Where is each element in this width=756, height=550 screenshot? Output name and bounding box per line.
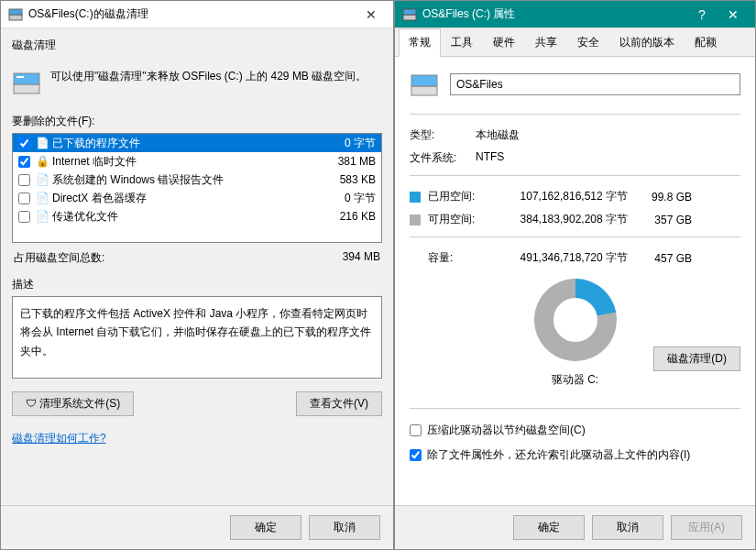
total-label: 占用磁盘空间总数:: [14, 250, 104, 266]
filesystem-label: 文件系统:: [410, 150, 476, 166]
tab-6[interactable]: 配额: [685, 28, 727, 56]
list-item-name: DirectX 着色器缓存: [52, 191, 345, 206]
list-item-name: 传递优化文件: [52, 209, 340, 225]
close-button[interactable]: ✕: [356, 4, 386, 26]
list-item-checkbox[interactable]: [18, 211, 30, 223]
info-text: 可以使用"磁盘清理"来释放 OSFiles (C:) 上的 429 MB 磁盘空…: [50, 68, 367, 85]
list-item-checkbox[interactable]: [18, 138, 30, 149]
ok-button[interactable]: 确定: [513, 515, 585, 540]
used-gb: 99.8 GB: [628, 191, 692, 204]
list-item-name: 已下载的程序文件: [52, 136, 345, 151]
list-item-name: 系统创建的 Windows 错误报告文件: [52, 172, 340, 188]
close-button[interactable]: ✕: [718, 4, 748, 26]
list-item[interactable]: 📄已下载的程序文件0 字节: [13, 134, 381, 152]
capacity-gb: 457 GB: [628, 252, 692, 265]
list-item-checkbox[interactable]: [18, 156, 30, 168]
tab-label: 磁盘清理: [12, 38, 382, 53]
list-item-size: 583 KB: [340, 173, 376, 186]
list-item-size: 0 字节: [345, 191, 376, 206]
total-value: 394 MB: [343, 250, 380, 266]
list-item-size: 381 MB: [338, 155, 376, 168]
tab-1[interactable]: 工具: [441, 28, 483, 56]
file-icon: 📄: [36, 173, 49, 186]
how-does-cleanup-work-link[interactable]: 磁盘清理如何工作?: [12, 431, 382, 446]
svg-rect-2: [14, 84, 39, 94]
files-to-delete-label: 要删除的文件(F):: [12, 114, 382, 129]
window-title: OS&Files (C:) 属性: [422, 6, 687, 22]
used-bytes: 107,162,816,512 字节: [490, 189, 628, 204]
apply-button[interactable]: 应用(A): [671, 515, 742, 540]
shield-icon: 🛡: [26, 397, 37, 410]
capacity-bytes: 491,346,718,720 字节: [490, 250, 628, 266]
svg-rect-3: [14, 73, 39, 84]
help-button[interactable]: ?: [687, 4, 717, 26]
lock-icon: 🔒: [36, 155, 49, 168]
free-color-swatch: [410, 214, 421, 226]
tabs: 常规工具硬件共享安全以前的版本配额: [395, 28, 755, 57]
drive-letter-label: 驱动器 C:: [552, 372, 598, 388]
file-icon: 📄: [36, 137, 49, 149]
used-color-swatch: [410, 192, 421, 203]
list-item-size: 0 字节: [345, 136, 376, 151]
free-label: 可用空间:: [428, 212, 490, 227]
file-icon: 📄: [36, 192, 49, 204]
file-icon: 📄: [36, 210, 49, 223]
free-gb: 357 GB: [628, 214, 692, 226]
svg-rect-6: [403, 9, 416, 15]
list-item[interactable]: 🔒Internet 临时文件381 MB: [13, 152, 381, 170]
svg-rect-7: [411, 86, 437, 95]
drive-icon: [410, 70, 439, 99]
free-bytes: 384,183,902,208 字节: [490, 212, 628, 227]
list-item-checkbox[interactable]: [18, 174, 30, 186]
disk-cleanup-dialog: OS&Files(C:)的磁盘清理 ✕ 磁盘清理 可以使用"磁盘清理"来释放 O…: [0, 0, 394, 550]
files-listbox[interactable]: 📄已下载的程序文件0 字节🔒Internet 临时文件381 MB📄系统创建的 …: [12, 133, 382, 243]
index-label: 除了文件属性外，还允许索引此驱动器上文件的内容(I): [427, 447, 690, 463]
window-title: OS&Files(C:)的磁盘清理: [28, 6, 356, 22]
cleanup-drive-icon: [12, 68, 41, 97]
titlebar: OS&Files(C:)的磁盘清理 ✕: [1, 1, 393, 28]
list-item[interactable]: 📄系统创建的 Windows 错误报告文件583 KB: [13, 170, 381, 189]
compress-label: 压缩此驱动器以节约磁盘空间(C): [427, 423, 586, 438]
svg-rect-5: [403, 15, 416, 20]
list-item[interactable]: 📄传递优化文件216 KB: [13, 207, 381, 226]
tab-5[interactable]: 以前的版本: [609, 28, 685, 56]
svg-rect-1: [9, 9, 22, 15]
type-value: 本地磁盘: [476, 127, 740, 143]
drive-icon: [8, 7, 23, 22]
list-item-size: 216 KB: [340, 210, 376, 223]
description-label: 描述: [12, 277, 382, 292]
svg-rect-4: [16, 76, 24, 78]
list-item[interactable]: 📄DirectX 着色器缓存0 字节: [13, 189, 381, 207]
capacity-label: 容量:: [428, 250, 490, 266]
list-item-checkbox[interactable]: [18, 192, 30, 204]
cleanup-system-files-button[interactable]: 🛡 清理系统文件(S): [12, 391, 134, 416]
tab-3[interactable]: 共享: [525, 28, 567, 56]
cancel-button[interactable]: 取消: [309, 515, 380, 540]
titlebar: OS&Files (C:) 属性 ? ✕: [395, 1, 755, 28]
compress-checkbox[interactable]: [410, 424, 422, 436]
tab-0[interactable]: 常规: [399, 28, 441, 57]
view-files-button[interactable]: 查看文件(V): [296, 391, 382, 416]
tab-2[interactable]: 硬件: [483, 28, 525, 56]
usage-donut-chart: [534, 279, 617, 361]
description-text: 已下载的程序文件包括 ActiveX 控件和 Java 小程序，你查看特定网页时…: [12, 296, 382, 379]
general-tab-panel: 类型: 本地磁盘 文件系统: NTFS 已用空间: 107,162,816,51…: [395, 57, 755, 505]
type-label: 类型:: [410, 127, 476, 143]
cancel-button[interactable]: 取消: [592, 515, 663, 540]
list-item-name: Internet 临时文件: [52, 154, 338, 170]
ok-button[interactable]: 确定: [230, 515, 301, 540]
drive-name-input[interactable]: [450, 73, 740, 95]
filesystem-value: NTFS: [476, 150, 740, 166]
drive-icon: [402, 7, 417, 22]
disk-cleanup-button[interactable]: 磁盘清理(D): [653, 346, 740, 371]
tab-4[interactable]: 安全: [567, 28, 609, 56]
drive-properties-dialog: OS&Files (C:) 属性 ? ✕ 常规工具硬件共享安全以前的版本配额 类…: [394, 0, 756, 550]
used-label: 已用空间:: [428, 189, 490, 204]
svg-rect-8: [411, 75, 437, 86]
index-checkbox[interactable]: [410, 449, 422, 461]
svg-rect-0: [9, 15, 22, 20]
